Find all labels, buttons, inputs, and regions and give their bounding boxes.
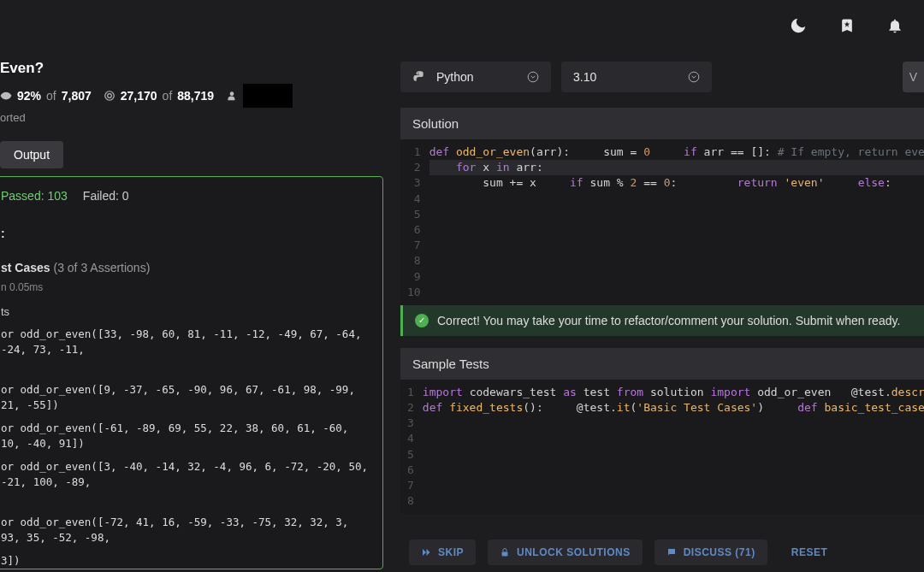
unlock-solutions-button[interactable]: UNLOCK SOLUTIONS: [488, 540, 643, 565]
tests-editor[interactable]: 12345678 import codewars_test as test fr…: [400, 380, 924, 515]
language-selector[interactable]: Python: [400, 62, 551, 92]
solution-editor[interactable]: 12345678910 def odd_or_even(arr): sum = …: [400, 139, 924, 305]
test-cases-heading: st Cases (3 of 3 Assertions): [1, 261, 374, 274]
kata-title: Even?: [0, 60, 293, 77]
language-label: Python: [436, 70, 474, 84]
success-message: ✓ Correct! You may take your time to ref…: [400, 305, 924, 336]
test-line: or odd_or_even([9, -37, -65, -90, 96, 67…: [1, 382, 374, 412]
tab-output[interactable]: Output: [0, 141, 63, 168]
test-line: or odd_or_even([33, -98, 60, 81, -11, -1…: [1, 327, 374, 357]
test-line: or odd_or_even([-72, 41, 16, -59, -33, -…: [1, 515, 374, 545]
author-stat[interactable]: [226, 84, 293, 108]
test-line-trail: 3]): [1, 553, 374, 569]
chevron-down-icon: [527, 71, 539, 83]
version-selector[interactable]: 3.10: [561, 62, 712, 92]
test-line: or odd_or_even([3, -40, -14, 32, -4, 96,…: [1, 459, 374, 489]
failed-count: Failed: 0: [83, 189, 129, 203]
subtext: orted: [0, 111, 293, 124]
passed-count: Passed: 103: [1, 189, 68, 203]
completion-stat: 92% of 7,807: [0, 89, 92, 103]
output-colon: :: [1, 227, 374, 240]
reset-button[interactable]: RESET: [779, 540, 840, 565]
svg-point-2: [107, 94, 111, 98]
bell-icon[interactable]: [886, 16, 903, 35]
output-panel: Passed: 103 Failed: 0 : st Cases (3 of 3…: [0, 176, 383, 569]
check-icon: ✓: [415, 314, 429, 327]
discuss-button[interactable]: DISCUSS (71): [654, 540, 767, 565]
version-label: 3.10: [573, 70, 596, 84]
vim-toggle[interactable]: V: [903, 62, 924, 92]
svg-point-4: [528, 72, 538, 82]
theme-toggle-icon[interactable]: [789, 16, 808, 35]
bookmark-icon[interactable]: [838, 17, 856, 34]
solution-panel-head: Solution: [400, 108, 924, 139]
svg-point-1: [105, 91, 115, 101]
lock-icon: [500, 547, 510, 557]
skip-icon: [421, 547, 431, 557]
test-line: or odd_or_even([-61, -89, 69, 55, 22, 38…: [1, 421, 374, 451]
tests-panel-head: Sample Tests: [400, 348, 924, 380]
chevron-down-icon: [688, 71, 700, 83]
svg-point-3: [230, 91, 234, 96]
author-avatar: [243, 84, 293, 108]
attempts-stat: 27,170 of 88,719: [104, 89, 214, 103]
python-icon: [412, 70, 426, 84]
test-time: n 0.05ms: [1, 281, 374, 293]
svg-point-5: [689, 72, 699, 82]
skip-button[interactable]: SKIP: [409, 540, 476, 565]
comment-icon: [666, 547, 677, 557]
svg-rect-6: [502, 552, 508, 557]
tests-subhead: ts: [1, 305, 374, 318]
